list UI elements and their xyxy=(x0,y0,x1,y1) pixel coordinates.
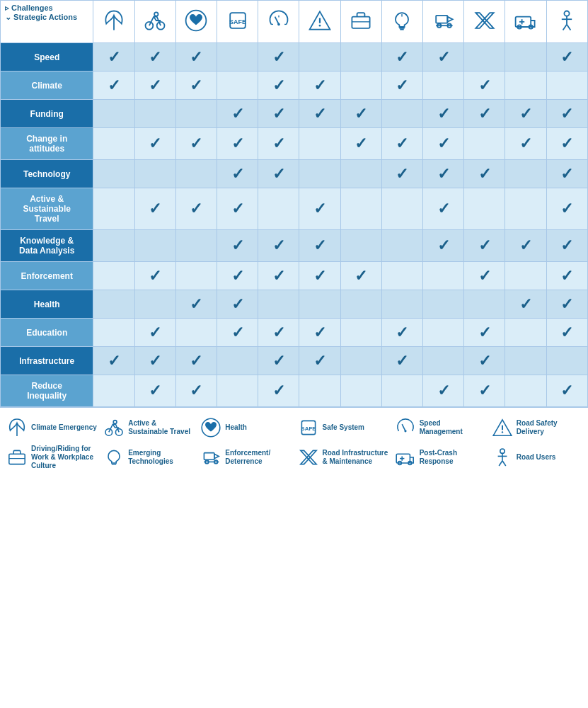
svg-text:SAFE: SAFE xyxy=(229,18,246,25)
row-label: Funding xyxy=(1,100,93,128)
data-cell xyxy=(93,290,134,319)
data-cell: ✓ xyxy=(134,128,175,160)
data-cell xyxy=(299,128,340,160)
checkmark: ✓ xyxy=(478,352,491,370)
header-row: ▹ Challenges ⌄ Strategic Actions xyxy=(1,1,588,43)
data-cell: ✓ xyxy=(464,375,505,407)
data-cell: ✓ xyxy=(258,319,299,347)
data-cell: ✓ xyxy=(381,128,422,160)
checkmark: ✓ xyxy=(272,105,285,122)
col-header-safe: SAFE xyxy=(217,1,258,43)
checkmark: ✓ xyxy=(437,236,450,254)
row-label: Knowledge &Data Analysis xyxy=(1,230,93,262)
checkmark: ✓ xyxy=(149,200,161,217)
heart-icon xyxy=(183,8,209,33)
data-cell xyxy=(381,290,422,319)
legend-item: Post-Crash Response xyxy=(394,445,485,470)
legend-item: Climate Emergency xyxy=(6,416,97,439)
data-cell: ✓ xyxy=(258,43,299,72)
col-header-driving xyxy=(340,1,381,43)
data-cell: ✓ xyxy=(217,290,258,319)
data-cell: ✓ xyxy=(464,100,505,128)
data-cell: ✓ xyxy=(381,43,422,72)
checkmark: ✓ xyxy=(313,236,326,254)
briefcase-icon xyxy=(348,8,374,33)
data-cell: ✓ xyxy=(381,347,422,375)
data-cell: ✓ xyxy=(134,375,175,407)
data-cell xyxy=(93,188,134,230)
data-cell xyxy=(175,100,217,128)
data-cell: ✓ xyxy=(546,230,587,262)
checkmark: ✓ xyxy=(149,352,161,370)
data-cell: ✓ xyxy=(175,43,217,72)
data-cell: ✓ xyxy=(258,160,299,188)
data-cell: ✓ xyxy=(258,347,299,375)
legend-item: Speed Management xyxy=(394,416,485,439)
svg-text:SAFE: SAFE xyxy=(301,426,316,432)
enforcement-icon xyxy=(431,8,456,33)
data-cell xyxy=(299,43,340,72)
table-row: Active &SustainableTravel✓✓✓✓✓✓ xyxy=(1,188,588,230)
data-cell: ✓ xyxy=(175,188,217,230)
checkmark: ✓ xyxy=(272,382,285,399)
data-cell: ✓ xyxy=(217,230,258,262)
checkmark: ✓ xyxy=(478,324,491,341)
checkmark: ✓ xyxy=(149,135,161,152)
data-cell xyxy=(299,290,340,319)
data-cell: ✓ xyxy=(546,319,587,347)
checkmark: ✓ xyxy=(437,105,450,122)
data-cell: ✓ xyxy=(464,72,505,100)
checkmark: ✓ xyxy=(396,48,408,66)
data-cell xyxy=(546,347,587,375)
legend-icon xyxy=(200,416,222,439)
row-label: ReduceInequality xyxy=(1,375,93,407)
checkmark: ✓ xyxy=(272,76,285,94)
data-cell: ✓ xyxy=(340,100,381,128)
legend-icon xyxy=(103,416,125,439)
row-label: Active &SustainableTravel xyxy=(1,188,93,230)
data-cell: ✓ xyxy=(505,290,546,319)
safe-icon: SAFE xyxy=(225,8,250,33)
data-cell xyxy=(505,160,546,188)
svg-point-61 xyxy=(500,449,505,453)
checkmark: ✓ xyxy=(560,324,573,341)
col-header-road-users xyxy=(546,1,587,43)
data-cell: ✓ xyxy=(175,347,217,375)
checkmark: ✓ xyxy=(354,105,367,122)
data-cell: ✓ xyxy=(258,375,299,407)
legend-item: Health xyxy=(200,416,291,439)
data-cell: ✓ xyxy=(217,188,258,230)
data-cell xyxy=(505,347,546,375)
row-label: Infrastructure xyxy=(1,347,93,375)
checkmark: ✓ xyxy=(272,352,285,370)
checkmark: ✓ xyxy=(108,352,120,370)
checkmark: ✓ xyxy=(190,352,202,370)
legend-item: SAFESafe System xyxy=(297,416,388,439)
data-cell: ✓ xyxy=(134,319,175,347)
legend-icon xyxy=(394,446,417,469)
legend-label: Active &Sustainable Travel xyxy=(128,419,190,436)
data-cell xyxy=(464,43,505,72)
checkmark: ✓ xyxy=(190,48,202,66)
checkmark: ✓ xyxy=(231,165,244,183)
checkmark: ✓ xyxy=(437,200,450,217)
data-cell: ✓ xyxy=(423,188,464,230)
legend-label: Speed Management xyxy=(420,419,485,436)
data-cell: ✓ xyxy=(423,43,464,72)
checkmark: ✓ xyxy=(313,324,326,341)
data-cell: ✓ xyxy=(464,230,505,262)
checkmark: ✓ xyxy=(190,295,202,313)
table-row: Education✓✓✓✓✓✓✓ xyxy=(1,319,588,347)
data-cell: ✓ xyxy=(505,128,546,160)
legend-icon xyxy=(200,446,222,469)
checkmark: ✓ xyxy=(313,267,326,285)
data-cell xyxy=(258,188,299,230)
data-cell xyxy=(505,43,546,72)
checkmark: ✓ xyxy=(313,76,326,94)
checkmark: ✓ xyxy=(231,236,244,254)
svg-rect-15 xyxy=(352,16,370,28)
legend-icon: SAFE xyxy=(297,416,320,439)
legend-icon xyxy=(6,416,28,439)
checkmark: ✓ xyxy=(519,236,532,254)
legend-icon xyxy=(491,446,514,469)
